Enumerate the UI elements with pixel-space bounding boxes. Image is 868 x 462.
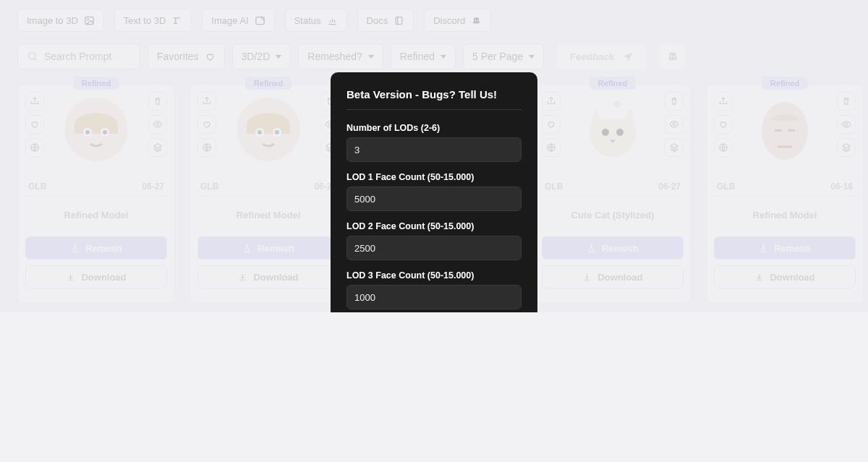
lod1-label: LOD 1 Face Count (50-15.000)	[346, 172, 522, 182]
lod1-input[interactable]	[346, 187, 522, 211]
lod-count-input[interactable]	[346, 137, 522, 162]
lod3-label: LOD 3 Face Count (50-15.000)	[346, 270, 522, 281]
lod3-input[interactable]	[346, 285, 522, 309]
modal-overlay: Beta Version - Bugs? Tell Us! Number of …	[0, 0, 868, 312]
modal-title: Beta Version - Bugs? Tell Us!	[346, 88, 522, 100]
lod2-label: LOD 2 Face Count (50-15.000)	[346, 221, 522, 231]
modal-divider	[346, 109, 522, 110]
lod2-input[interactable]	[346, 236, 522, 260]
lod-count-label: Number of LODs (2-6)	[346, 123, 522, 133]
lod-modal: Beta Version - Bugs? Tell Us! Number of …	[331, 72, 537, 312]
